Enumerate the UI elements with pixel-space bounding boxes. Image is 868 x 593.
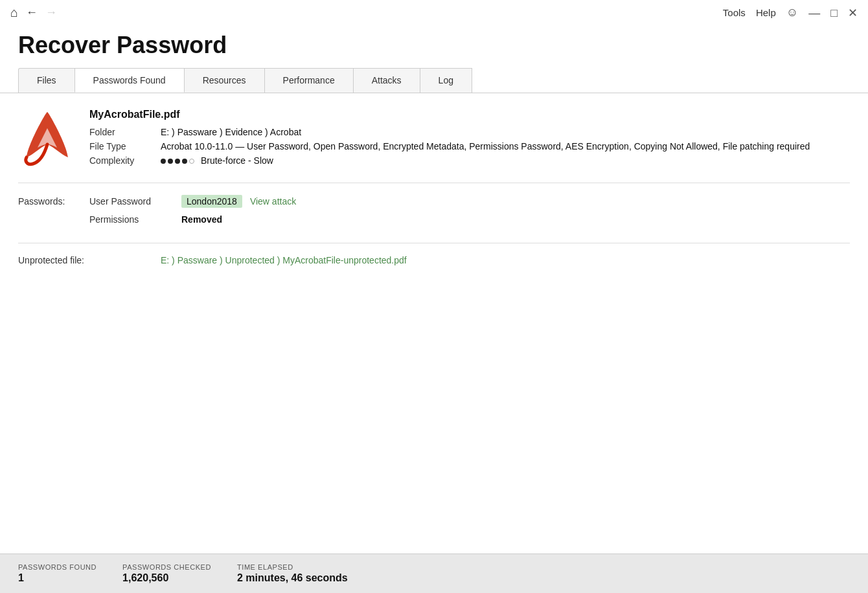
password-entry-permissions: Permissions Removed (89, 214, 850, 225)
info-table: Folder E: ) Passware ) Evidence ) Acroba… (89, 127, 850, 166)
smile-icon[interactable]: ☺ (786, 6, 798, 19)
tab-log[interactable]: Log (420, 68, 472, 93)
passwords-found-val: 1 (18, 572, 97, 584)
unprotected-path[interactable]: E: ) Passware ) Unprotected ) MyAcrobatF… (161, 255, 407, 265)
passwords-entries: User Password London2018 View attack Per… (89, 195, 850, 231)
home-icon[interactable]: ⌂ (10, 5, 18, 20)
complexity-row: Complexity Brute-force - Slow (89, 155, 850, 166)
dot-2 (168, 159, 173, 164)
tab-files[interactable]: Files (18, 68, 75, 93)
folder-label: Folder (89, 127, 161, 137)
dot-3 (175, 159, 180, 164)
status-bar: PASSWORDS FOUND 1 PASSWORDS CHECKED 1,62… (0, 554, 868, 593)
title-bar-right: Tools Help ☺ — □ ✕ (723, 6, 858, 19)
passwords-found-key: PASSWORDS FOUND (18, 563, 97, 571)
maximize-button[interactable]: □ (830, 7, 838, 19)
unprotected-label: Unprotected file: (18, 255, 148, 265)
password-value-permissions: Removed (181, 214, 222, 225)
window-controls: — □ ✕ (808, 7, 858, 19)
back-icon[interactable]: ← (26, 6, 38, 19)
passwords-checked-status: PASSWORDS CHECKED 1,620,560 (122, 563, 211, 584)
folder-row: Folder E: ) Passware ) Evidence ) Acroba… (89, 127, 850, 137)
tab-passwords-found[interactable]: Passwords Found (74, 68, 185, 93)
complexity-label: Complexity (89, 155, 161, 166)
filetype-label: File Type (89, 141, 161, 151)
time-elapsed-status: TIME ELAPSED 2 minutes, 46 seconds (237, 563, 348, 584)
dot-5-empty (189, 159, 194, 164)
filetype-row: File Type Acrobat 10.0-11.0 — User Passw… (89, 141, 850, 151)
dot-1 (161, 159, 166, 164)
complexity-dots (161, 159, 194, 164)
password-type-permissions: Permissions (89, 214, 174, 225)
nav-controls: ⌂ ← → (10, 5, 57, 20)
tab-attacks[interactable]: Attacks (353, 68, 420, 93)
help-menu[interactable]: Help (756, 7, 776, 18)
passwords-row: Passwords: User Password London2018 View… (18, 195, 850, 231)
passwords-label: Passwords: (18, 195, 89, 207)
filetype-value: Acrobat 10.0-11.0 — User Password, Open … (161, 141, 810, 151)
forward-icon[interactable]: → (45, 6, 57, 19)
passwords-checked-val: 1,620,560 (122, 572, 211, 584)
tab-bar: Files Passwords Found Resources Performa… (0, 68, 868, 93)
time-elapsed-val: 2 minutes, 46 seconds (237, 572, 348, 584)
password-entry-user: User Password London2018 View attack (89, 195, 850, 208)
close-button[interactable]: ✕ (848, 7, 858, 19)
password-type-user: User Password (89, 196, 174, 207)
folder-value: E: ) Passware ) Evidence ) Acrobat (161, 127, 301, 137)
passwords-found-status: PASSWORDS FOUND 1 (18, 563, 97, 584)
password-value-user: London2018 (181, 195, 242, 208)
view-attack-link[interactable]: View attack (250, 196, 296, 207)
time-elapsed-key: TIME ELAPSED (237, 563, 348, 571)
file-section: MyAcrobatFile.pdf Folder E: ) Passware )… (18, 109, 850, 183)
page-title: Recover Password (0, 25, 868, 68)
tab-performance[interactable]: Performance (264, 68, 354, 93)
complexity-text: Brute-force - Slow (201, 155, 273, 166)
pdf-icon (18, 109, 76, 167)
complexity-value: Brute-force - Slow (161, 155, 273, 166)
passwords-section: Passwords: User Password London2018 View… (18, 183, 850, 243)
main-content: MyAcrobatFile.pdf Folder E: ) Passware )… (0, 93, 868, 554)
file-info: MyAcrobatFile.pdf Folder E: ) Passware )… (89, 109, 850, 170)
tools-menu[interactable]: Tools (723, 7, 746, 18)
tab-resources[interactable]: Resources (184, 68, 265, 93)
file-name: MyAcrobatFile.pdf (89, 109, 850, 120)
passwords-checked-key: PASSWORDS CHECKED (122, 563, 211, 571)
unprotected-section: Unprotected file: E: ) Passware ) Unprot… (18, 243, 850, 277)
title-bar: ⌂ ← → Tools Help ☺ — □ ✕ (0, 0, 868, 25)
dot-4 (182, 159, 187, 164)
minimize-button[interactable]: — (808, 7, 820, 19)
